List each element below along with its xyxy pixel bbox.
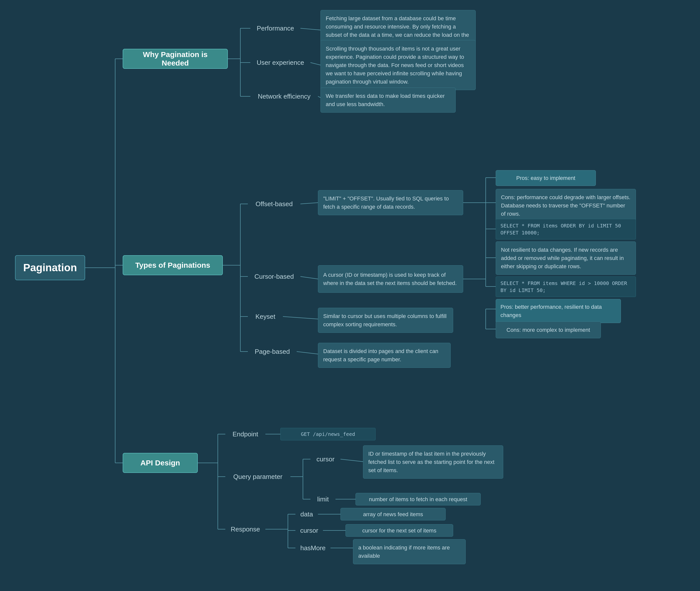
section-why: Why Pagination is Needed [123,49,228,69]
hasmore-box: a boolean indicating if more items are a… [353,539,466,564]
root-label: Pagination [23,262,77,274]
svg-line-11 [310,63,320,65]
svg-line-44 [341,459,363,462]
network-box: We transfer less data to make load times… [320,87,456,113]
performance-label: Performance [250,22,300,35]
diagram-container: Pagination Why Pagination is Needed Perf… [0,0,700,591]
data-resp-label: data [295,508,318,520]
pagebased-box: Dataset is divided into pages and the cl… [318,343,451,368]
offset-box: "LIMIT" + "OFFSET". Usually tied to SQL … [318,190,463,215]
svg-line-20 [300,276,318,279]
queryparam-label: Query parameter [225,468,290,485]
cons-cursor-box: Cons: more complex to implement [496,322,601,338]
endpoint-label: Endpoint [225,428,266,440]
section-api: API Design [123,453,198,473]
ux-box: Scrolling through thousands of items is … [320,40,476,90]
section-types-label: Types of Paginations [135,261,210,269]
cursor-label: Cursor-based [248,270,300,283]
pagebased-label: Page-based [248,345,297,358]
section-api-label: API Design [140,459,180,467]
sql2-box: SELECT * FROM items WHERE id > 10000 ORD… [496,276,636,297]
sql1-box: SELECT * FROM items ORDER BY id LIMIT 50… [496,219,636,240]
keyset-label: Keyset [248,310,283,323]
root-node: Pagination [15,255,85,280]
resilient-box: Not resilient to data changes. If new re… [496,242,636,275]
svg-line-19 [300,203,318,204]
limit-label: limit [310,493,336,506]
cursor-resp-label: cursor [295,524,323,537]
hasmore-label: hasMore [295,542,331,554]
svg-line-12 [318,96,320,97]
response-label: Response [225,523,266,535]
pros-cursor-box: Pros: better performance, resilient to d… [496,299,621,323]
svg-line-10 [300,28,320,30]
svg-line-21 [283,317,318,319]
cons-perf-box: Cons: performance could degrade with lar… [496,189,636,222]
keyset-box: Similar to cursor but uses multiple colu… [318,308,453,333]
ux-label: User experience [250,56,310,69]
svg-line-22 [297,351,318,354]
data-resp-box: array of news feed items [341,508,446,520]
offset-label: Offset-based [248,198,300,210]
pros-easy-box: Pros: easy to implement [496,170,596,186]
limit-box: number of items to fetch in each request [355,493,481,506]
endpoint-value: GET /api/news_feed [280,428,375,440]
cursor-qp-label: cursor [310,453,341,465]
section-types: Types of Paginations [123,255,223,275]
section-why-label: Why Pagination is Needed [131,50,220,67]
cursor-resp-box: cursor for the next set of items [346,524,453,537]
network-label: Network efficiency [250,90,318,103]
cursor-box: A cursor (ID or timestamp) is used to ke… [318,265,463,293]
cursor-qp-box: ID or timestamp of the last item in the … [363,445,503,479]
